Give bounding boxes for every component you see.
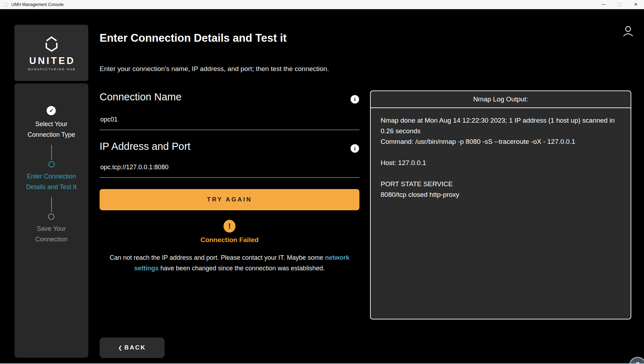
wizard-stepper: ✓ Select Your Connection Type Enter Conn… <box>14 83 88 358</box>
step-label: Save Your <box>37 223 66 234</box>
app-window: UNITED MANUFACTURING HUB ✓ Select Your C… <box>0 9 644 364</box>
nmap-log-line: Host: 127.0.0.1 <box>381 158 621 168</box>
step-current-circle-icon <box>48 161 55 168</box>
nmap-log-line: Nmap done at Mon Aug 14 12:22:30 2023; 1… <box>381 115 621 136</box>
window-title: UMH Management Console <box>11 2 64 7</box>
maximize-icon <box>618 3 621 6</box>
hexagon-logo-icon <box>43 35 60 53</box>
close-button[interactable]: ✕ <box>628 0 644 9</box>
step-label: Enter Connection <box>27 171 76 182</box>
connection-name-input[interactable] <box>100 112 359 130</box>
step-save-your-connection: Save Your Connection <box>35 213 67 245</box>
ip-address-label: IP Address and Port <box>100 141 190 152</box>
app-icon <box>4 2 8 7</box>
user-account-icon[interactable] <box>621 25 635 38</box>
try-again-button[interactable]: TRY AGAIN <box>100 189 359 210</box>
ip-address-info-icon[interactable]: i <box>351 144 359 153</box>
step-label: Details and Test It <box>26 182 77 192</box>
warning-exclamation-icon: ! <box>223 220 235 233</box>
nmap-log-header: Nmap Log Output: <box>371 91 631 108</box>
step-label: Select Your <box>35 119 67 129</box>
status-message-text: have been changed since the connection w… <box>159 265 324 272</box>
connection-name-info-icon[interactable]: i <box>351 95 359 104</box>
title-bar: UMH Management Console ✕ <box>0 0 644 9</box>
chevron-left-icon: ❮ <box>118 345 123 351</box>
nmap-log-body: Nmap done at Mon Aug 14 12:22:30 2023; 1… <box>371 108 631 207</box>
connection-name-label: Connection Name <box>100 91 181 103</box>
nmap-log-line <box>381 168 621 179</box>
step-upcoming-circle-icon <box>48 213 54 220</box>
help-button[interactable]: ? <box>629 357 644 364</box>
step-enter-connection-details: Enter Connection Details and Test It <box>26 161 77 192</box>
nmap-log-line: Command: /usr/bin/nmap -p 8080 -sS --tra… <box>381 136 621 147</box>
minimize-button[interactable] <box>595 0 612 9</box>
connection-failed-status: Connection Failed <box>100 236 359 244</box>
brand-name: UNITED <box>29 55 76 66</box>
minimize-icon <box>602 4 606 5</box>
nmap-log-panel: Nmap Log Output: Nmap done at Mon Aug 14… <box>370 90 631 319</box>
close-icon: ✕ <box>634 2 638 7</box>
brand-tagline: MANUFACTURING HUB <box>28 67 76 71</box>
step-label: Connection <box>35 234 67 245</box>
status-message: Can not reach the IP address and port. P… <box>100 252 359 274</box>
nmap-log-line <box>381 147 621 158</box>
stepper-connector <box>51 145 52 160</box>
stepper-connector <box>51 197 52 212</box>
maximize-button[interactable] <box>612 0 628 9</box>
step-select-connection-type: ✓ Select Your Connection Type <box>28 106 75 140</box>
back-button-label: BACK <box>124 344 146 351</box>
window-controls: ✕ <box>595 0 644 9</box>
page-title: Enter Connection Details and Test it <box>100 32 287 45</box>
status-message-text: Can not reach the IP address and port. P… <box>109 254 325 261</box>
step-completed-check-icon: ✓ <box>47 106 56 115</box>
ip-address-input[interactable] <box>100 159 359 178</box>
nmap-log-line: PORT STATE SERVICE <box>381 179 621 189</box>
brand-logo-panel: UNITED MANUFACTURING HUB <box>14 25 88 81</box>
page-subtitle: Enter your connection's name, IP address… <box>100 65 329 73</box>
back-button[interactable]: ❮ BACK <box>100 337 165 358</box>
nmap-log-line: 8080/tcp closed http-proxy <box>381 189 621 200</box>
step-label: Connection Type <box>28 129 75 140</box>
